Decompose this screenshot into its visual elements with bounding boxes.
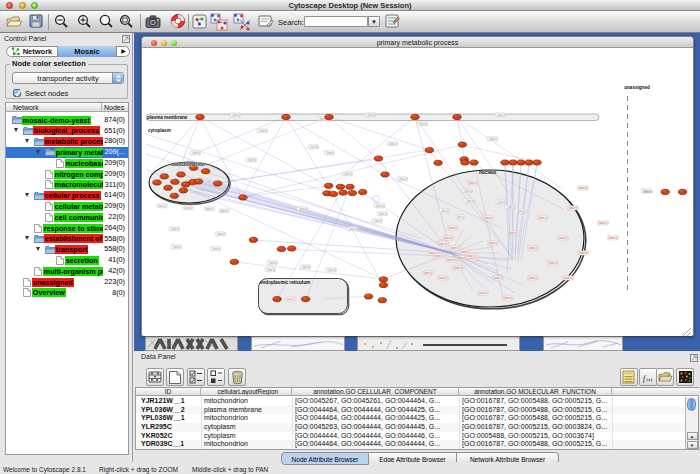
svg-text:(xxxx x): (xxxx x) [435, 254, 444, 258]
svg-text:(xxx x): (xxx x) [299, 207, 307, 211]
svg-text:(xxx x): (xxx x) [205, 207, 213, 211]
svg-text:(xxx x): (xxx x) [489, 137, 497, 141]
svg-text:(xxxx x): (xxxx x) [529, 276, 538, 280]
svg-text:(xxxx x): (xxxx x) [444, 236, 453, 240]
svg-text:(xxx x): (xxx x) [389, 142, 397, 146]
svg-text:(xxxx x): (xxxx x) [559, 236, 568, 240]
svg-text:(xxx x): (xxx x) [517, 209, 525, 213]
svg-text:(xxx x): (xxx x) [466, 199, 474, 203]
svg-text:(xxx x): (xxx x) [379, 212, 387, 216]
svg-text:(xxx x): (xxx x) [419, 122, 427, 126]
svg-text:(xxx x): (xxx x) [344, 172, 352, 176]
svg-text:(xxx x): (xxx x) [367, 113, 375, 117]
svg-text:(xxxx x): (xxxx x) [494, 276, 503, 280]
svg-text:(xxxx x): (xxxx x) [461, 250, 470, 254]
svg-text:(xxxx x): (xxxx x) [504, 296, 513, 300]
svg-text:cytoplasm: cytoplasm [148, 128, 171, 133]
svg-text:(xxx x): (xxx x) [643, 190, 652, 194]
svg-text:(x): (x) [647, 377, 653, 382]
svg-text:endoplasmic reticulum: endoplasmic reticulum [260, 280, 310, 285]
svg-text:mitochondrion: mitochondrion [171, 162, 205, 167]
svg-text:(xxx x): (xxx x) [173, 245, 181, 249]
svg-text:(xxxx x): (xxxx x) [451, 246, 460, 250]
svg-text:(xxx x): (xxx x) [269, 261, 277, 265]
svg-text:(xxxx x): (xxxx x) [564, 276, 573, 280]
svg-text:(xxxx x): (xxxx x) [529, 246, 538, 250]
svg-text:(xxxx x): (xxxx x) [439, 276, 448, 280]
svg-text:(xxxx x): (xxxx x) [489, 241, 498, 245]
svg-text:(xxx x): (xxx x) [267, 268, 275, 272]
svg-text:(xxxx x): (xxxx x) [469, 181, 478, 185]
svg-text:(xxxx x): (xxxx x) [579, 186, 588, 190]
svg-text:(xxxx x): (xxxx x) [539, 216, 548, 220]
svg-text:(xxxx x): (xxxx x) [484, 216, 493, 220]
svg-text:(xxxx x): (xxxx x) [569, 206, 578, 210]
svg-text:(xxx x): (xxx x) [184, 206, 192, 210]
svg-text:(xxxx x): (xxxx x) [479, 291, 488, 295]
svg-text:(xxx x): (xxx x) [507, 205, 515, 209]
svg-text:(xxx x): (xxx x) [326, 151, 334, 155]
svg-text:(xxxx x): (xxxx x) [579, 251, 588, 255]
svg-text:(xxxx x): (xxxx x) [424, 271, 433, 275]
svg-text:(xxx x): (xxx x) [192, 151, 200, 155]
svg-text:(xxx x): (xxx x) [302, 265, 310, 269]
svg-text:nucleus: nucleus [479, 170, 497, 175]
svg-text:(xxx x): (xxx x) [212, 247, 220, 251]
svg-text:(xxx x): (xxx x) [328, 268, 336, 272]
svg-text:(xxx x): (xxx x) [286, 297, 294, 301]
svg-text:(xxxx x): (xxxx x) [599, 221, 608, 225]
svg-text:(xxx x): (xxx x) [220, 209, 228, 213]
svg-text:plasma membrane: plasma membrane [147, 115, 188, 120]
svg-text:unassigned: unassigned [624, 85, 650, 90]
svg-text:(xxx x): (xxx x) [171, 227, 179, 231]
svg-text:(xxx x): (xxx x) [376, 204, 384, 208]
svg-text:(xxx x): (xxx x) [497, 113, 505, 117]
svg-text:(xxx x): (xxx x) [232, 113, 240, 117]
svg-text:(xxxx x): (xxxx x) [549, 261, 558, 265]
svg-text:(xxx x): (xxx x) [374, 219, 382, 223]
svg-text:(xxxx x): (xxxx x) [467, 254, 476, 258]
svg-text:(xxx x): (xxx x) [441, 209, 449, 213]
svg-text:(xxxx x): (xxxx x) [449, 226, 458, 230]
svg-text:(xxx x): (xxx x) [399, 177, 407, 181]
svg-text:(xxx x): (xxx x) [248, 158, 256, 162]
svg-text:(xxx x): (xxx x) [498, 200, 506, 204]
svg-text:(xxxx x): (xxxx x) [609, 236, 618, 240]
svg-text:(xxx x): (xxx x) [310, 145, 318, 149]
svg-text:(xxxx x): (xxxx x) [447, 258, 456, 262]
svg-text:(xxxx x): (xxxx x) [454, 266, 463, 270]
svg-text:(xxxx x): (xxxx x) [439, 242, 448, 246]
svg-text:(xxx x): (xxx x) [456, 215, 464, 219]
svg-text:(xxx x): (xxx x) [259, 129, 267, 133]
svg-text:(xxx x): (xxx x) [464, 189, 472, 193]
svg-text:(xxx x): (xxx x) [158, 204, 166, 208]
svg-text:(xxx x): (xxx x) [217, 232, 225, 236]
svg-text:(xxxx x): (xxxx x) [509, 231, 518, 235]
svg-text:(xxx x): (xxx x) [349, 227, 357, 231]
